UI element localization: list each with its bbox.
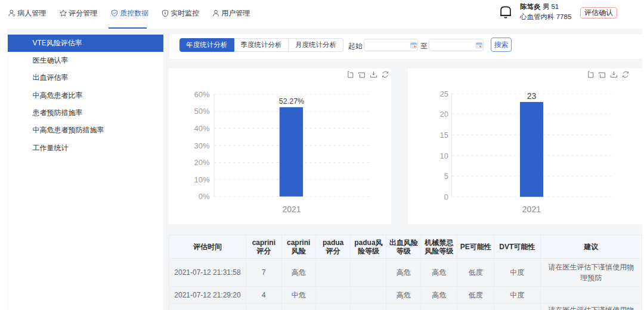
svg-text:23: 23 [527,92,537,101]
svg-text:15: 15 [440,131,448,140]
svg-text:20%: 20% [194,158,209,167]
svg-text:2021: 2021 [282,204,301,214]
svg-text:5: 5 [444,172,448,181]
svg-text:50%: 50% [194,107,209,116]
svg-text:10%: 10% [194,175,209,184]
svg-text:40%: 40% [194,124,209,133]
svg-text:20: 20 [440,110,448,119]
svg-text:0: 0 [444,193,448,202]
svg-text:30%: 30% [194,141,209,150]
svg-text:2021: 2021 [522,204,541,214]
svg-text:25: 25 [440,89,448,98]
svg-text:10: 10 [440,151,448,160]
svg-text:0%: 0% [199,193,210,202]
svg-text:52.27%: 52.27% [279,97,304,106]
svg-text:60%: 60% [194,90,209,99]
